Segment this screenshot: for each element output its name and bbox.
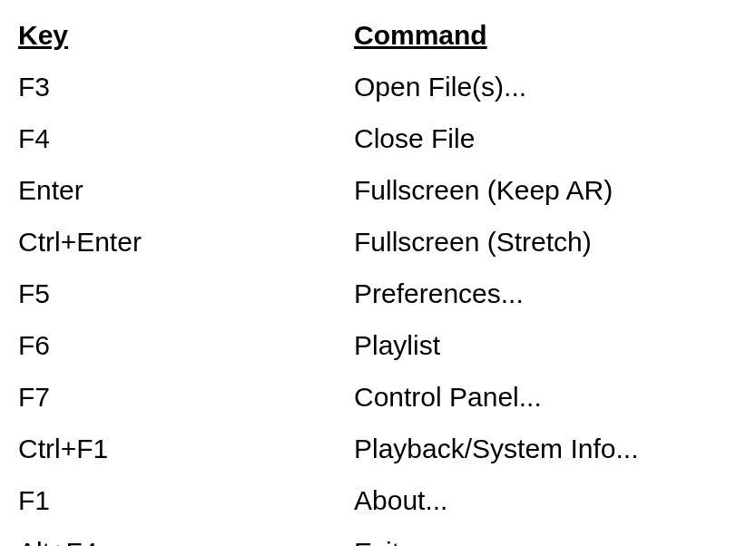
key-cell: Ctrl+Enter xyxy=(18,216,354,268)
table-header-row: Key Command xyxy=(18,9,738,61)
command-cell: About... xyxy=(354,474,738,526)
table-row: F4 Close File xyxy=(18,112,738,164)
key-cell: F4 xyxy=(18,112,354,164)
table-row: Enter Fullscreen (Keep AR) xyxy=(18,164,738,216)
command-cell: Exit xyxy=(354,526,738,546)
command-cell: Close File xyxy=(354,112,738,164)
key-cell: F5 xyxy=(18,268,354,319)
shortcut-table: Key Command F3 Open File(s)... F4 Close … xyxy=(18,9,738,546)
command-cell: Open File(s)... xyxy=(354,61,738,112)
key-cell: Alt+F4 xyxy=(18,526,354,546)
table-row: F3 Open File(s)... xyxy=(18,61,738,112)
header-command: Command xyxy=(354,9,738,61)
key-cell: Enter xyxy=(18,164,354,216)
header-key: Key xyxy=(18,9,354,61)
table-row: Ctrl+Enter Fullscreen (Stretch) xyxy=(18,216,738,268)
table-row: F6 Playlist xyxy=(18,319,738,371)
command-cell: Control Panel... xyxy=(354,371,738,423)
table-row: F5 Preferences... xyxy=(18,268,738,319)
command-cell: Preferences... xyxy=(354,268,738,319)
key-cell: F3 xyxy=(18,61,354,112)
key-cell: F6 xyxy=(18,319,354,371)
command-cell: Fullscreen (Keep AR) xyxy=(354,164,738,216)
command-cell: Playlist xyxy=(354,319,738,371)
command-cell: Fullscreen (Stretch) xyxy=(354,216,738,268)
key-cell: Ctrl+F1 xyxy=(18,423,354,474)
table-row: Alt+F4 Exit xyxy=(18,526,738,546)
command-cell: Playback/System Info... xyxy=(354,423,738,474)
table-row: F7 Control Panel... xyxy=(18,371,738,423)
key-cell: F1 xyxy=(18,474,354,526)
table-row: F1 About... xyxy=(18,474,738,526)
key-cell: F7 xyxy=(18,371,354,423)
table-row: Ctrl+F1 Playback/System Info... xyxy=(18,423,738,474)
